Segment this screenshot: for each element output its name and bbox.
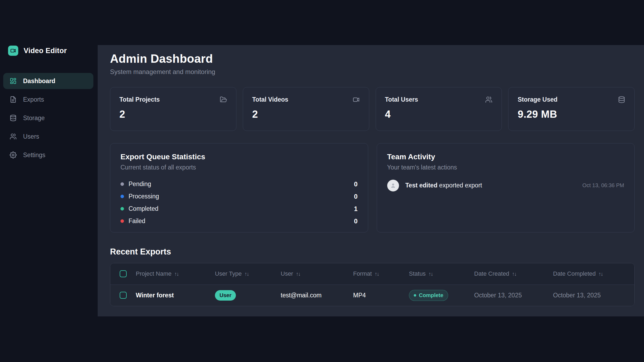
app-brand: Video Editor — [0, 46, 93, 56]
queue-row-processing: Processing 0 — [120, 190, 358, 203]
stat-card-storage-used: Storage Used 9.29 MB — [508, 87, 635, 131]
status-label: Complete — [419, 292, 443, 298]
sidebar-item-label: Storage — [23, 114, 45, 122]
sidebar-item-dashboard[interactable]: Dashboard — [3, 73, 93, 89]
cell-project-name: Winter forest — [136, 292, 215, 299]
status-badge: Complete — [409, 290, 448, 301]
queue-stats-list: Pending 0 Processing 0 Completed 1 Faile… — [120, 178, 358, 227]
stat-label: Total Users — [385, 96, 418, 103]
column-header-project-name[interactable]: Project Name ↑↓ — [136, 270, 215, 277]
gear-icon — [10, 152, 17, 158]
cell-date-completed: October 13, 2025 — [553, 292, 634, 299]
sort-icon: ↑↓ — [296, 271, 300, 277]
stat-label: Total Projects — [119, 96, 160, 103]
recent-exports-title: Recent Exports — [110, 247, 635, 257]
select-row-checkbox[interactable] — [120, 292, 127, 299]
column-label: Date Completed — [553, 270, 596, 277]
page-title: Admin Dashboard — [110, 52, 635, 66]
sort-icon: ↑↓ — [174, 271, 178, 277]
activity-action: exported export — [439, 182, 482, 189]
stat-value: 4 — [385, 109, 493, 120]
table-header-row: Project Name ↑↓ User Type ↑↓ User ↑↓ For… — [110, 263, 634, 285]
folder-open-icon — [220, 96, 227, 103]
column-header-date-completed[interactable]: Date Completed ↑↓ — [553, 270, 634, 277]
sort-icon: ↑↓ — [598, 271, 603, 277]
queue-label: Completed — [129, 205, 158, 212]
recent-exports-table: Project Name ↑↓ User Type ↑↓ User ↑↓ For… — [110, 263, 635, 306]
database-icon — [618, 96, 625, 103]
activity-actor: Test edited — [405, 182, 438, 189]
video-camera-icon — [353, 96, 360, 103]
column-header-user[interactable]: User ↑↓ — [281, 270, 353, 277]
sidebar-item-label: Users — [23, 133, 39, 140]
queue-label: Failed — [129, 217, 145, 225]
card-subtitle: Current status of all exports — [120, 164, 358, 171]
cell-user-type: User — [215, 290, 281, 301]
card-subtitle: Your team's latest actions — [387, 164, 624, 171]
queue-row-completed: Completed 1 — [120, 203, 358, 215]
column-header-status[interactable]: Status ↑↓ — [409, 270, 474, 277]
queue-row-pending: Pending 0 — [120, 178, 358, 190]
sidebar-item-label: Settings — [23, 152, 45, 159]
queue-value: 0 — [354, 180, 357, 188]
file-document-icon — [10, 96, 17, 103]
pending-dot — [120, 182, 124, 186]
stat-cards-row: Total Projects 2 Total Videos 2 — [110, 87, 635, 131]
avatar — [387, 180, 399, 191]
select-all-checkbox[interactable] — [120, 270, 127, 277]
column-label: Date Created — [474, 270, 509, 277]
table-row[interactable]: Winter forest User test@mail.com MP4 Com… — [110, 285, 634, 306]
cell-user-email: test@mail.com — [281, 292, 353, 299]
app-title: Video Editor — [24, 47, 67, 55]
queue-value: 0 — [354, 217, 357, 225]
queue-value: 0 — [354, 193, 357, 200]
sidebar-item-storage[interactable]: Storage — [3, 110, 93, 126]
users-icon — [485, 96, 492, 103]
stat-value: 9.29 MB — [518, 109, 625, 120]
column-header-format[interactable]: Format ↑↓ — [353, 270, 409, 277]
sidebar-item-label: Exports — [23, 96, 44, 103]
stat-card-total-videos: Total Videos 2 — [243, 87, 369, 131]
stat-card-total-projects: Total Projects 2 — [110, 87, 236, 131]
cell-status: Complete — [409, 290, 474, 301]
sidebar-item-label: Dashboard — [23, 77, 55, 85]
database-icon — [10, 114, 17, 121]
sort-icon: ↑↓ — [244, 271, 249, 277]
queue-label: Pending — [129, 180, 151, 188]
card-title: Team Activity — [387, 153, 624, 161]
sidebar-item-exports[interactable]: Exports — [3, 91, 93, 108]
column-label: Project Name — [136, 270, 171, 277]
dashboard-grid-icon — [10, 77, 17, 84]
middle-cards-row: Export Queue Statistics Current status o… — [110, 143, 635, 232]
app-logo — [8, 46, 18, 56]
stat-label: Total Videos — [252, 96, 288, 103]
sidebar-item-settings[interactable]: Settings — [3, 147, 93, 163]
sidebar-item-users[interactable]: Users — [3, 128, 93, 145]
team-activity-card: Team Activity Your team's latest actions… — [377, 143, 635, 232]
sort-icon: ↑↓ — [375, 271, 379, 277]
column-label: User Type — [215, 270, 242, 277]
video-camera-icon — [10, 48, 16, 54]
completed-dot — [120, 207, 124, 210]
activity-item: Test edited exported export Oct 13, 06:3… — [387, 180, 624, 191]
stat-value: 2 — [119, 109, 227, 120]
queue-label: Processing — [129, 193, 159, 200]
users-icon — [10, 133, 17, 140]
person-icon — [390, 182, 397, 189]
column-label: Status — [409, 270, 426, 277]
card-title: Export Queue Statistics — [120, 153, 358, 161]
column-header-user-type[interactable]: User Type ↑↓ — [215, 270, 281, 277]
status-dot — [414, 294, 416, 297]
export-queue-card: Export Queue Statistics Current status o… — [110, 143, 368, 232]
queue-row-failed: Failed 0 — [120, 215, 358, 227]
activity-text: Test edited exported export — [405, 182, 482, 189]
activity-timestamp: Oct 13, 06:36 PM — [582, 182, 624, 189]
stat-card-total-users: Total Users 4 — [376, 87, 502, 131]
sort-icon: ↑↓ — [512, 271, 516, 277]
sidebar: Video Editor Dashboard Exports — [0, 0, 98, 362]
processing-dot — [120, 195, 124, 198]
queue-value: 1 — [354, 205, 357, 213]
sidebar-nav: Dashboard Exports Storage — [3, 73, 93, 163]
column-label: Format — [353, 270, 372, 277]
column-header-date-created[interactable]: Date Created ↑↓ — [474, 270, 553, 277]
